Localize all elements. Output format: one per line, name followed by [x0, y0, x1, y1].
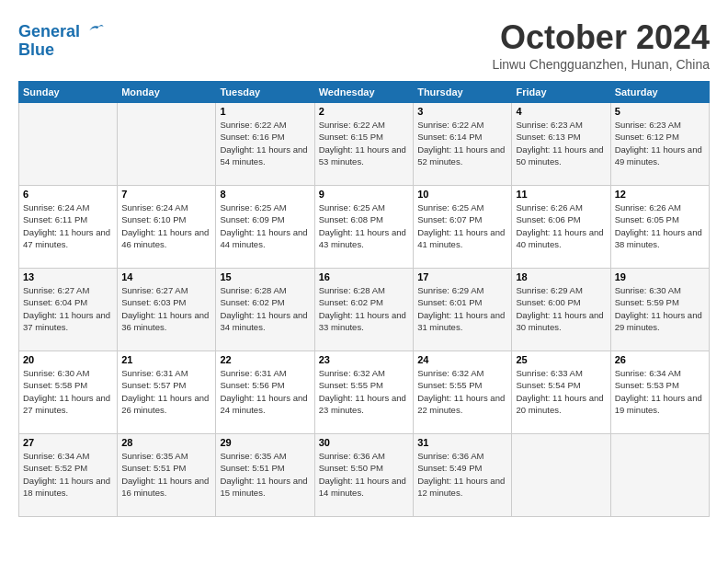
- calendar-cell: [19, 103, 118, 186]
- day-info: Sunrise: 6:35 AMSunset: 5:51 PMDaylight:…: [121, 450, 211, 499]
- week-row-1: 1 Sunrise: 6:22 AMSunset: 6:16 PMDayligh…: [19, 103, 710, 186]
- day-info: Sunrise: 6:27 AMSunset: 6:03 PMDaylight:…: [121, 284, 211, 333]
- day-number: 11: [516, 189, 606, 200]
- day-number: 3: [417, 106, 507, 117]
- calendar-cell: 11 Sunrise: 6:26 AMSunset: 6:06 PMDaylig…: [512, 186, 610, 269]
- day-number: 30: [319, 437, 409, 448]
- logo-text: General: [18, 18, 105, 41]
- calendar-cell: 25 Sunrise: 6:33 AMSunset: 5:54 PMDaylig…: [512, 351, 610, 434]
- calendar-cell: 7 Sunrise: 6:24 AMSunset: 6:10 PMDayligh…: [118, 186, 216, 269]
- calendar-cell: 17 Sunrise: 6:29 AMSunset: 6:01 PMDaylig…: [414, 269, 512, 351]
- day-number: 2: [319, 106, 409, 117]
- day-header-sunday: Sunday: [19, 82, 118, 103]
- day-number: 13: [23, 271, 113, 282]
- calendar-cell: [610, 434, 709, 517]
- day-number: 15: [220, 271, 310, 282]
- calendar-cell: 1 Sunrise: 6:22 AMSunset: 6:16 PMDayligh…: [216, 103, 314, 186]
- day-number: 10: [417, 189, 507, 200]
- day-info: Sunrise: 6:35 AMSunset: 5:51 PMDaylight:…: [220, 450, 310, 499]
- day-number: 1: [220, 106, 310, 117]
- day-info: Sunrise: 6:26 AMSunset: 6:05 PMDaylight:…: [615, 201, 705, 250]
- day-info: Sunrise: 6:34 AMSunset: 5:53 PMDaylight:…: [615, 367, 705, 416]
- calendar-cell: 13 Sunrise: 6:27 AMSunset: 6:04 PMDaylig…: [19, 269, 118, 351]
- calendar-cell: 5 Sunrise: 6:23 AMSunset: 6:12 PMDayligh…: [610, 103, 709, 186]
- calendar-cell: 23 Sunrise: 6:32 AMSunset: 5:55 PMDaylig…: [314, 351, 413, 434]
- day-info: Sunrise: 6:30 AMSunset: 5:58 PMDaylight:…: [23, 367, 113, 416]
- day-number: 29: [220, 437, 310, 448]
- calendar-cell: 20 Sunrise: 6:30 AMSunset: 5:58 PMDaylig…: [19, 351, 118, 434]
- title-block: October 2024 Linwu Chengguanzhen, Hunan,…: [492, 18, 710, 72]
- day-info: Sunrise: 6:32 AMSunset: 5:55 PMDaylight:…: [319, 367, 409, 416]
- day-info: Sunrise: 6:24 AMSunset: 6:10 PMDaylight:…: [121, 201, 211, 250]
- calendar-cell: 21 Sunrise: 6:31 AMSunset: 5:57 PMDaylig…: [118, 351, 216, 434]
- calendar-cell: 9 Sunrise: 6:25 AMSunset: 6:08 PMDayligh…: [314, 186, 413, 269]
- calendar-cell: [512, 434, 610, 517]
- day-info: Sunrise: 6:23 AMSunset: 6:13 PMDaylight:…: [516, 119, 606, 167]
- calendar-cell: 26 Sunrise: 6:34 AMSunset: 5:53 PMDaylig…: [610, 351, 709, 434]
- day-header-monday: Monday: [118, 82, 216, 103]
- calendar-cell: 19 Sunrise: 6:30 AMSunset: 5:59 PMDaylig…: [610, 269, 709, 351]
- location: Linwu Chengguanzhen, Hunan, China: [492, 57, 710, 72]
- calendar-table: SundayMondayTuesdayWednesdayThursdayFrid…: [18, 81, 710, 517]
- day-number: 28: [121, 437, 211, 448]
- calendar-cell: 31 Sunrise: 6:36 AMSunset: 5:49 PMDaylig…: [414, 434, 512, 517]
- day-number: 20: [23, 354, 113, 365]
- day-number: 17: [417, 271, 507, 282]
- day-number: 14: [121, 271, 211, 282]
- day-info: Sunrise: 6:28 AMSunset: 6:02 PMDaylight:…: [220, 284, 310, 333]
- day-info: Sunrise: 6:30 AMSunset: 5:59 PMDaylight:…: [615, 284, 705, 333]
- calendar-cell: 27 Sunrise: 6:34 AMSunset: 5:52 PMDaylig…: [19, 434, 118, 517]
- week-row-4: 20 Sunrise: 6:30 AMSunset: 5:58 PMDaylig…: [19, 351, 710, 434]
- day-number: 8: [220, 189, 310, 200]
- calendar-cell: 16 Sunrise: 6:28 AMSunset: 6:02 PMDaylig…: [314, 269, 413, 351]
- day-number: 9: [319, 189, 409, 200]
- day-number: 31: [417, 437, 507, 448]
- day-number: 24: [417, 354, 507, 365]
- calendar-cell: 22 Sunrise: 6:31 AMSunset: 5:56 PMDaylig…: [216, 351, 314, 434]
- logo-general: General: [18, 22, 80, 40]
- day-info: Sunrise: 6:24 AMSunset: 6:11 PMDaylight:…: [23, 201, 113, 250]
- day-number: 22: [220, 354, 310, 365]
- calendar-cell: 12 Sunrise: 6:26 AMSunset: 6:05 PMDaylig…: [610, 186, 709, 269]
- day-info: Sunrise: 6:22 AMSunset: 6:16 PMDaylight:…: [220, 119, 310, 167]
- logo-bird-icon: [86, 18, 105, 37]
- day-number: 7: [121, 189, 211, 200]
- day-number: 16: [319, 271, 409, 282]
- day-header-wednesday: Wednesday: [314, 82, 413, 103]
- calendar-cell: 4 Sunrise: 6:23 AMSunset: 6:13 PMDayligh…: [512, 103, 610, 186]
- day-number: 21: [121, 354, 211, 365]
- day-number: 27: [23, 437, 113, 448]
- day-info: Sunrise: 6:28 AMSunset: 6:02 PMDaylight:…: [319, 284, 409, 333]
- day-info: Sunrise: 6:36 AMSunset: 5:49 PMDaylight:…: [417, 450, 507, 499]
- calendar-cell: 2 Sunrise: 6:22 AMSunset: 6:15 PMDayligh…: [314, 103, 413, 186]
- day-header-friday: Friday: [512, 82, 610, 103]
- day-info: Sunrise: 6:36 AMSunset: 5:50 PMDaylight:…: [319, 450, 409, 499]
- day-info: Sunrise: 6:22 AMSunset: 6:14 PMDaylight:…: [417, 119, 507, 167]
- calendar-cell: 8 Sunrise: 6:25 AMSunset: 6:09 PMDayligh…: [216, 186, 314, 269]
- day-info: Sunrise: 6:29 AMSunset: 6:01 PMDaylight:…: [417, 284, 507, 333]
- calendar-cell: 30 Sunrise: 6:36 AMSunset: 5:50 PMDaylig…: [314, 434, 413, 517]
- week-row-3: 13 Sunrise: 6:27 AMSunset: 6:04 PMDaylig…: [19, 269, 710, 351]
- calendar-cell: 3 Sunrise: 6:22 AMSunset: 6:14 PMDayligh…: [414, 103, 512, 186]
- day-number: 19: [615, 271, 705, 282]
- day-number: 25: [516, 354, 606, 365]
- week-row-5: 27 Sunrise: 6:34 AMSunset: 5:52 PMDaylig…: [19, 434, 710, 517]
- day-number: 26: [615, 354, 705, 365]
- month-title: October 2024: [492, 18, 710, 57]
- day-info: Sunrise: 6:29 AMSunset: 6:00 PMDaylight:…: [516, 284, 606, 333]
- calendar-cell: 28 Sunrise: 6:35 AMSunset: 5:51 PMDaylig…: [118, 434, 216, 517]
- day-header-saturday: Saturday: [610, 82, 709, 103]
- day-info: Sunrise: 6:33 AMSunset: 5:54 PMDaylight:…: [516, 367, 606, 416]
- day-info: Sunrise: 6:22 AMSunset: 6:15 PMDaylight:…: [319, 119, 409, 167]
- day-info: Sunrise: 6:31 AMSunset: 5:57 PMDaylight:…: [121, 367, 211, 416]
- calendar-cell: 24 Sunrise: 6:32 AMSunset: 5:55 PMDaylig…: [414, 351, 512, 434]
- calendar-cell: 15 Sunrise: 6:28 AMSunset: 6:02 PMDaylig…: [216, 269, 314, 351]
- day-number: 5: [615, 106, 705, 117]
- day-number: 18: [516, 271, 606, 282]
- day-info: Sunrise: 6:27 AMSunset: 6:04 PMDaylight:…: [23, 284, 113, 333]
- day-header-tuesday: Tuesday: [216, 82, 314, 103]
- day-info: Sunrise: 6:23 AMSunset: 6:12 PMDaylight:…: [615, 119, 705, 167]
- logo-blue: Blue: [18, 41, 105, 60]
- week-row-2: 6 Sunrise: 6:24 AMSunset: 6:11 PMDayligh…: [19, 186, 710, 269]
- day-info: Sunrise: 6:34 AMSunset: 5:52 PMDaylight:…: [23, 450, 113, 499]
